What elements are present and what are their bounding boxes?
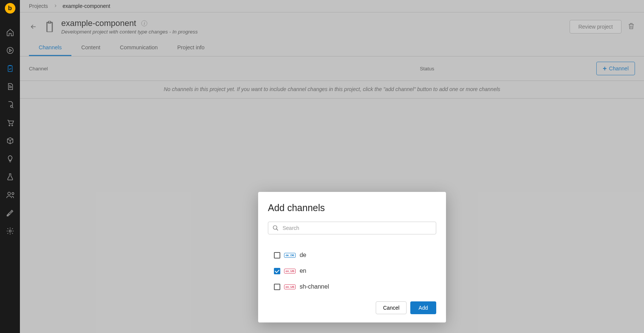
project-subtitle: Development project with content type ch… bbox=[61, 29, 570, 35]
chevron-right-icon bbox=[53, 3, 57, 9]
nav-item-home[interactable] bbox=[0, 24, 20, 42]
breadcrumb: Projects example-component bbox=[20, 0, 644, 12]
svg-rect-1 bbox=[8, 66, 12, 72]
breadcrumb-root[interactable]: Projects bbox=[29, 3, 48, 9]
modal-title: Add channels bbox=[268, 202, 436, 213]
review-project-button[interactable]: Review project bbox=[570, 20, 621, 33]
clipboard-check-icon bbox=[6, 64, 14, 74]
nav-item-users[interactable] bbox=[0, 187, 20, 205]
channels-empty-state: No channels in this project yet. If you … bbox=[20, 81, 644, 99]
nav-item-box[interactable] bbox=[0, 132, 20, 151]
app-logo[interactable]: b bbox=[5, 3, 15, 14]
nav-item-lab[interactable] bbox=[0, 169, 20, 187]
cart-icon bbox=[6, 119, 14, 128]
nav-item-cart[interactable] bbox=[0, 114, 20, 132]
gear-icon bbox=[6, 227, 14, 237]
flask-icon bbox=[6, 173, 14, 182]
info-icon[interactable]: i bbox=[141, 20, 147, 26]
nav-item-documents[interactable] bbox=[0, 78, 20, 96]
plus-icon: + bbox=[603, 65, 607, 72]
svg-point-4 bbox=[12, 125, 13, 126]
breadcrumb-current: example-component bbox=[63, 3, 110, 9]
document-icon bbox=[6, 82, 14, 92]
column-header-status: Status bbox=[420, 66, 434, 71]
tab-project-info[interactable]: Project info bbox=[168, 40, 215, 56]
nav-item-settings[interactable] bbox=[0, 223, 20, 241]
back-button[interactable] bbox=[29, 22, 38, 31]
svg-point-7 bbox=[273, 226, 277, 230]
lightbulb-icon bbox=[6, 155, 14, 164]
home-icon bbox=[6, 28, 14, 38]
document-search-icon bbox=[6, 100, 14, 110]
nav-item-projects[interactable] bbox=[0, 60, 20, 78]
svg-point-0 bbox=[7, 47, 13, 54]
locale-tag: en_US bbox=[284, 269, 296, 274]
add-channels-modal: Add channels de_DE de en_US en en_US sh-… bbox=[258, 192, 446, 322]
channel-option-label: en bbox=[299, 268, 306, 274]
checkbox-en[interactable] bbox=[274, 268, 280, 274]
tab-content[interactable]: Content bbox=[71, 40, 110, 56]
add-channel-label: Channel bbox=[609, 65, 629, 71]
nav-item-ideas[interactable] bbox=[0, 151, 20, 169]
channels-table-header: Channel Status + Channel bbox=[20, 56, 644, 81]
channel-option-sh-channel[interactable]: en_US sh-channel bbox=[268, 279, 436, 295]
box-icon bbox=[6, 137, 14, 146]
channel-option-en[interactable]: en_US en bbox=[268, 263, 436, 279]
add-button[interactable]: Add bbox=[410, 301, 436, 314]
play-circle-icon bbox=[6, 46, 14, 56]
tabs: Channels Content Communication Project i… bbox=[20, 40, 644, 56]
locale-tag: de_DE bbox=[284, 253, 296, 258]
svg-point-2 bbox=[10, 105, 12, 108]
channel-option-de[interactable]: de_DE de bbox=[268, 247, 436, 263]
search-icon bbox=[272, 225, 279, 231]
nav-rail: b bbox=[0, 0, 20, 333]
tools-icon bbox=[6, 209, 14, 219]
cancel-button[interactable]: Cancel bbox=[376, 301, 407, 314]
channel-option-label: de bbox=[299, 252, 306, 258]
column-header-channel: Channel bbox=[29, 66, 48, 71]
checkbox-de[interactable] bbox=[274, 252, 280, 258]
tab-communication[interactable]: Communication bbox=[110, 40, 168, 56]
svg-point-6 bbox=[9, 230, 11, 232]
add-channel-button[interactable]: + Channel bbox=[596, 62, 635, 75]
delete-project-button[interactable] bbox=[627, 22, 635, 31]
nav-item-tools[interactable] bbox=[0, 205, 20, 223]
svg-point-5 bbox=[8, 192, 10, 195]
project-header: example-component i Development project … bbox=[20, 12, 644, 40]
users-icon bbox=[6, 191, 14, 201]
tab-channels[interactable]: Channels bbox=[29, 40, 71, 56]
svg-point-3 bbox=[9, 125, 10, 126]
nav-item-play[interactable] bbox=[0, 42, 20, 60]
project-title: example-component bbox=[61, 18, 136, 28]
project-type-icon bbox=[43, 20, 56, 33]
locale-tag: en_US bbox=[284, 284, 296, 289]
channel-search-input[interactable] bbox=[268, 222, 436, 234]
checkbox-sh-channel[interactable] bbox=[274, 284, 280, 290]
channel-option-label: sh-channel bbox=[299, 283, 329, 290]
main-area: Projects example-component example-compo… bbox=[20, 0, 644, 333]
nav-item-review[interactable] bbox=[0, 96, 20, 114]
